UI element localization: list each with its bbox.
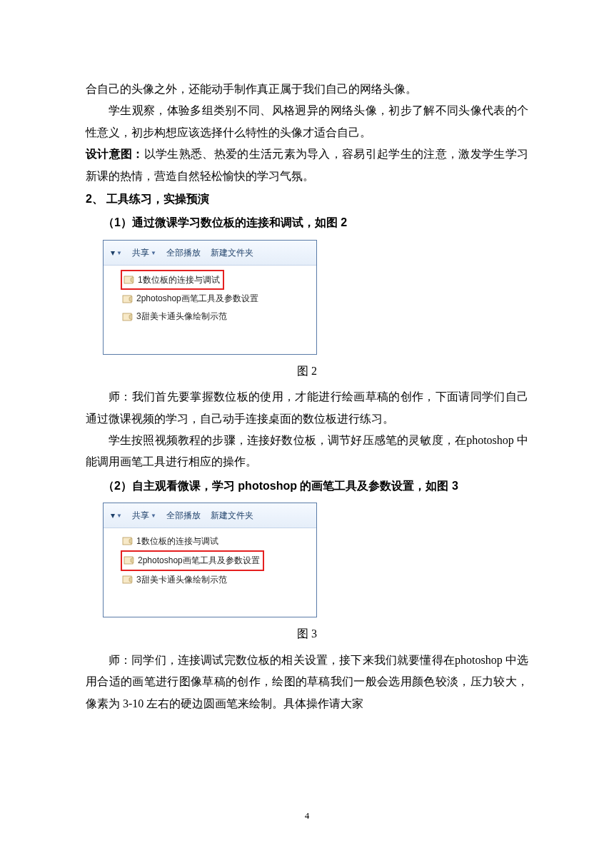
video-file-icon [122, 575, 134, 585]
file-item-3[interactable]: 3甜美卡通头像绘制示范 [121, 308, 230, 326]
paragraph-teacher-2: 师：同学们，连接调试完数位板的相关设置，接下来我们就要懂得在photoshop … [86, 650, 528, 715]
paragraph-student-practice: 学生按照视频教程的步骤，连接好数位板，调节好压感笔的灵敏度，在photoshop… [86, 430, 528, 473]
file-list-area: 1数位板的连接与调试 2photoshop画笔工具及参数设置 3甜美卡通头像绘制… [104, 266, 316, 354]
file-list-area: 1数位板的连接与调试 2photoshop画笔工具及参数设置 3甜美卡通头像绘制… [104, 528, 316, 617]
file-label-1: 1数位板的连接与调试 [136, 533, 218, 550]
video-file-icon [124, 555, 135, 565]
toolbar-playall[interactable]: 全部播放 [166, 245, 201, 261]
toolbar-dropdown-icon[interactable]: ▾ ▼ [111, 508, 122, 524]
file-label-3: 3甜美卡通头像绘制示范 [136, 572, 227, 588]
screenshot-figure-2: ▾ ▼ 共享 ▼ 全部播放 新建文件夹 1数位板的连接与调试 2photosho… [103, 240, 317, 355]
toolbar-share[interactable]: 共享 ▼ [132, 245, 156, 261]
file-label-2: 2photoshop画笔工具及参数设置 [136, 291, 258, 307]
file-label-2: 2photoshop画笔工具及参数设置 [138, 552, 260, 569]
toolbar-newfolder[interactable]: 新建文件夹 [211, 508, 253, 524]
video-file-icon [124, 275, 135, 285]
file-item-2[interactable]: 2photoshop画笔工具及参数设置 [121, 290, 261, 308]
file-item-3[interactable]: 3甜美卡通头像绘制示范 [121, 571, 230, 589]
subheading-2: （2）自主观看微课，学习 photoshop 的画笔工具及参数设置，如图 3 [103, 475, 528, 497]
screenshot-figure-3: ▾ ▼ 共享 ▼ 全部播放 新建文件夹 1数位板的连接与调试 2photosho… [103, 503, 317, 617]
page-number: 4 [0, 807, 614, 825]
design-intent-label: 设计意图： [86, 148, 144, 160]
video-file-icon [122, 294, 134, 304]
file-item-2-highlighted[interactable]: 2photoshop画笔工具及参数设置 [121, 550, 264, 571]
paragraph-teacher-1: 师：我们首先要掌握数位板的使用，才能进行绘画草稿的创作，下面请同学们自己通过微课… [86, 386, 528, 430]
toolbar-dropdown-icon[interactable]: ▾ ▼ [111, 245, 122, 261]
explorer-toolbar: ▾ ▼ 共享 ▼ 全部播放 新建文件夹 [104, 241, 316, 266]
caption-figure-2: 图 2 [86, 360, 528, 382]
file-label-3: 3甜美卡通头像绘制示范 [136, 308, 227, 325]
subheading-1: （1）通过微课学习数位板的连接和调试，如图 2 [103, 212, 528, 233]
paragraph-design-intent: 设计意图：以学生熟悉、热爱的生活元素为导入，容易引起学生的注意，激发学生学习新课… [86, 143, 528, 187]
file-item-1-highlighted[interactable]: 1数位板的连接与调试 [121, 270, 224, 291]
caption-figure-3: 图 3 [86, 623, 528, 645]
explorer-toolbar: ▾ ▼ 共享 ▼ 全部播放 新建文件夹 [104, 503, 316, 528]
toolbar-share[interactable]: 共享 ▼ [132, 508, 156, 524]
toolbar-newfolder[interactable]: 新建文件夹 [211, 245, 253, 261]
video-file-icon [122, 536, 134, 546]
paragraph-observation: 学生观察，体验多组类别不同、风格迥异的网络头像，初步了解不同头像代表的个性意义，… [86, 100, 528, 143]
video-file-icon [122, 312, 134, 322]
heading-section-2: 2、 工具练习，实操预演 [86, 188, 528, 210]
design-intent-text: 以学生熟悉、热爱的生活元素为导入，容易引起学生的注意，激发学生学习新课的热情，营… [86, 148, 528, 181]
file-item-1[interactable]: 1数位板的连接与调试 [121, 533, 221, 550]
file-label-1: 1数位板的连接与调试 [138, 272, 220, 288]
paragraph-continuation: 合自己的头像之外，还能动手制作真正属于我们自己的网络头像。 [86, 79, 528, 100]
toolbar-playall[interactable]: 全部播放 [166, 508, 201, 524]
